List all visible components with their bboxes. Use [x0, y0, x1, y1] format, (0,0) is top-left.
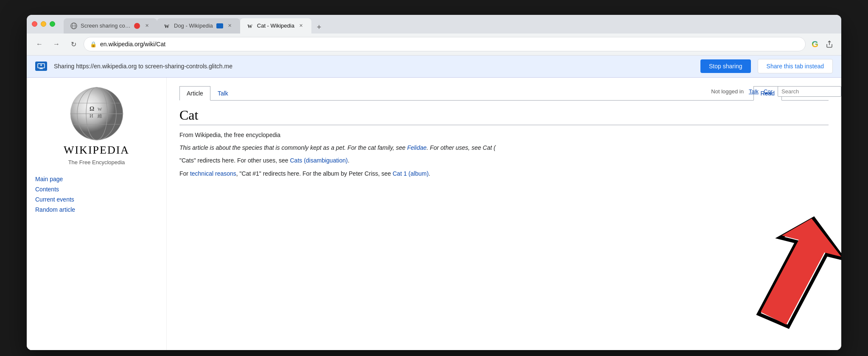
share-button[interactable] — [823, 38, 835, 50]
close-button[interactable] — [32, 21, 37, 27]
wikipedia-globe: Ω W И 維 — [69, 86, 124, 141]
article-italic-1: This article is about the species that i… — [179, 144, 496, 151]
svg-text:И: И — [90, 113, 93, 119]
wikipedia-icon-cat: W — [247, 22, 254, 29]
reload-button[interactable]: ↻ — [67, 37, 80, 51]
article-paragraph-2: "Cats" redirects here. For other uses, s… — [179, 156, 829, 165]
wikipedia-tagline: The Free Encyclopedia — [68, 159, 125, 165]
tabs-container: Screen sharing controls ✕ W Dog - Wikipe… — [64, 15, 836, 34]
sharing-description: Sharing https://en.wikipedia.org to scre… — [54, 63, 694, 70]
cats-disambiguation-link[interactable]: Cats (disambiguation) — [290, 157, 348, 164]
talk-link[interactable]: Talk — [749, 88, 759, 95]
svg-marker-18 — [759, 219, 841, 327]
tab-dog-wikipedia[interactable]: W Dog - Wikipedia ✕ — [157, 18, 240, 34]
new-tab-button[interactable]: + — [313, 22, 325, 34]
contributions-link[interactable]: Cor — [764, 88, 773, 95]
article-paragraph-3: For technical reasons, "Cat #1" redirect… — [179, 169, 829, 178]
wiki-nav-current-events[interactable]: Current events — [35, 194, 158, 205]
tab-cat-wikipedia[interactable]: W Cat - Wikipedia ✕ — [240, 18, 311, 34]
svg-marker-17 — [761, 219, 841, 325]
forward-button[interactable]: → — [50, 37, 63, 51]
toolbar: ← → ↻ 🔒 en.wikipedia.org/wiki/Cat G — [27, 34, 841, 56]
article-title: Cat — [179, 107, 829, 125]
tab-label-dog-wikipedia: Dog - Wikipedia — [174, 22, 213, 29]
title-bar: Screen sharing controls ✕ W Dog - Wikipe… — [27, 15, 841, 34]
wiki-navigation: Main page Contents Current events Random… — [35, 174, 158, 215]
google-icon: G — [812, 39, 818, 49]
screen-share-icon — [35, 62, 47, 71]
wiki-nav-contents[interactable]: Contents — [35, 184, 158, 194]
article-body: Cat From Wikipedia, the free encyclopedi… — [179, 107, 829, 179]
share-tab-instead-button[interactable]: Share this tab instead — [758, 59, 833, 73]
globe-icon — [70, 22, 77, 29]
sharing-bar: Sharing https://en.wikipedia.org to scre… — [27, 56, 841, 78]
article-from-text: From Wikipedia, the free encyclopedia — [179, 130, 829, 140]
tab-close-cat-wikipedia[interactable]: ✕ — [298, 22, 305, 29]
minimize-button[interactable] — [41, 21, 46, 27]
traffic-lights — [32, 21, 55, 27]
tab-screen-sharing[interactable]: Screen sharing controls ✕ — [64, 18, 157, 34]
wiki-top-right: Not logged in Talk Cor — [711, 86, 841, 97]
svg-text:W: W — [247, 23, 252, 29]
recording-indicator — [134, 23, 140, 29]
cat-album-link[interactable]: Cat 1 (album) — [393, 170, 429, 177]
wikipedia-logo: Ω W И 維 Wikipedia The Free Encyclopedia — [35, 86, 158, 165]
back-button[interactable]: ← — [33, 37, 46, 51]
article-paragraph-1: This article is about the species that i… — [179, 143, 829, 152]
wiki-sidebar: Ω W И 維 Wikipedia The Free Encyclopedia … — [27, 78, 167, 350]
maximize-button[interactable] — [50, 21, 55, 27]
not-logged-in-text: Not logged in — [711, 88, 744, 95]
wiki-search-input[interactable] — [778, 86, 841, 97]
svg-text:W: W — [164, 23, 169, 29]
share-screen-indicator — [216, 23, 223, 28]
svg-marker-19 — [761, 219, 841, 325]
tab-close-dog-wikipedia[interactable]: ✕ — [227, 22, 233, 29]
wikipedia-icon: W — [164, 22, 171, 29]
page-content: Ω W И 維 Wikipedia The Free Encyclopedia … — [27, 78, 841, 350]
tab-label-screen-sharing: Screen sharing controls — [81, 22, 131, 29]
felidae-link[interactable]: Felidae — [407, 144, 427, 151]
wikipedia-wordmark: Wikipedia — [64, 144, 129, 157]
toolbar-right: G — [809, 38, 835, 50]
omnibox[interactable]: 🔒 en.wikipedia.org/wiki/Cat — [84, 37, 806, 51]
technical-reasons-link[interactable]: technical reasons — [190, 170, 236, 177]
wiki-nav-random-article[interactable]: Random article — [35, 205, 158, 215]
svg-text:維: 維 — [97, 113, 102, 118]
google-button[interactable]: G — [809, 38, 821, 50]
svg-text:Ω: Ω — [90, 106, 94, 112]
stop-sharing-button[interactable]: Stop sharing — [700, 59, 751, 73]
wiki-nav-main-page[interactable]: Main page — [35, 174, 158, 184]
browser-window: Screen sharing controls ✕ W Dog - Wikipe… — [27, 15, 841, 350]
wiki-tab-talk[interactable]: Talk — [210, 86, 235, 101]
lock-icon: 🔒 — [90, 41, 97, 48]
wiki-tab-article[interactable]: Article — [179, 86, 210, 101]
url-text: en.wikipedia.org/wiki/Cat — [100, 41, 165, 48]
wiki-main-content: Not logged in Talk Cor Article Talk Read… — [167, 78, 841, 350]
red-arrow-annotation — [693, 214, 841, 342]
tab-label-cat-wikipedia: Cat - Wikipedia — [257, 22, 294, 29]
svg-text:W: W — [98, 107, 102, 112]
tab-close-screen-sharing[interactable]: ✕ — [143, 22, 150, 29]
